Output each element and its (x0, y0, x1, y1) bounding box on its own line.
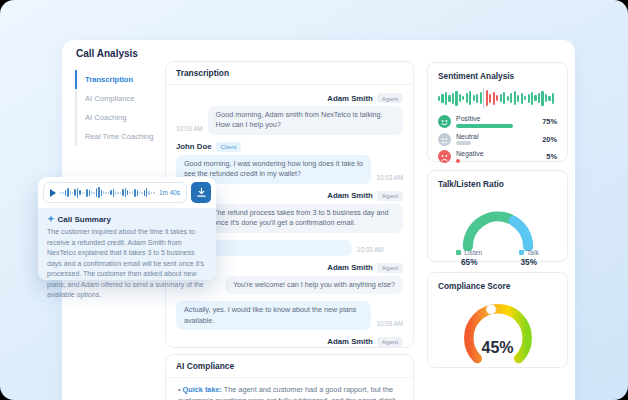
role-badge: Agent (377, 191, 403, 201)
sentiment-row-negative: Negative 5% (438, 150, 557, 163)
download-icon (196, 187, 207, 198)
sparkle-icon: ✦ (47, 214, 55, 224)
speaker-name: John Doe (176, 142, 212, 151)
positive-bar (456, 124, 513, 128)
timestamp: 10:03 AM (176, 125, 203, 132)
talk-swatch-icon (519, 250, 524, 255)
talk-listen-title: Talk/Listen Ratio (438, 179, 557, 189)
audio-player: 1m 40s (43, 182, 187, 203)
negative-face-icon (438, 150, 451, 163)
neutral-face-icon (438, 133, 451, 146)
compliance-score-title: Compliance Score (438, 281, 557, 291)
ai-compliance-body: • Quick take: The agent and customer had… (166, 378, 413, 400)
tab-ai-compliance[interactable]: AI Compliance (75, 89, 165, 108)
call-summary-text: The customer inquired about the time it … (47, 227, 207, 301)
talk-label: Talk (527, 249, 539, 256)
transcription-panel-title: Transcription (166, 62, 413, 85)
audio-duration: 1m 40s (159, 189, 180, 196)
tab-real-time-coaching[interactable]: Real Time Coaching (75, 127, 165, 146)
sidebar-tabs: Transcription AI Compliance AI Coaching … (75, 70, 165, 146)
sentiment-waveform (438, 87, 557, 109)
message-agent: Adam SmithAgent 10:03 AMSure! We have se… (176, 337, 403, 348)
speaker-name: Adam Smith (327, 94, 373, 103)
message-bubble: Good morning, Adam smith from NexTelco i… (208, 106, 403, 135)
message-agent: Adam SmithAgent 10:03 AMGood morning, Ad… (176, 93, 403, 135)
talk-listen-card: Talk/Listen Ratio Listen 65% Talk 35% (427, 170, 568, 262)
negative-value: 5% (537, 152, 557, 161)
role-badge: Agent (377, 337, 403, 347)
app-background: Call Analysis Transcription AI Complianc… (0, 0, 628, 400)
talk-value: 35% (519, 258, 539, 267)
call-summary-card: 1m 40s ✦Call Summary The customer inquir… (38, 177, 216, 280)
page-title: Call Analysis (76, 48, 138, 59)
compliance-score-gauge (446, 297, 550, 373)
sentiment-analysis-card: Sentiment Analysis Positive 75% Neutral … (427, 62, 568, 162)
negative-label: Negative (456, 150, 532, 157)
role-badge: Agent (377, 263, 403, 273)
timestamp: 10:03 AM (376, 320, 403, 327)
speaker-name: Adam Smith (327, 263, 373, 272)
listen-swatch-icon (456, 250, 461, 255)
sentiment-row-positive: Positive 75% (438, 115, 557, 128)
speaker-name: Adam Smith (327, 191, 373, 200)
negative-bar (456, 159, 460, 163)
neutral-bar (456, 141, 471, 145)
message-bubble: Actually, yes. I would like to know abou… (176, 301, 371, 330)
neutral-label: Neutral (456, 133, 532, 140)
neutral-value: 20% (537, 135, 557, 144)
listen-label: Listen (464, 249, 482, 256)
quick-take-label: Quick take: (183, 385, 222, 394)
call-summary-section: ✦Call Summary The customer inquired abou… (38, 208, 216, 280)
speaker-name: Adam Smith (327, 337, 373, 346)
message-bubble: The refund process takes from 3 to 5 bus… (205, 204, 403, 233)
message-client: Actually, yes. I would like to know abou… (176, 301, 403, 330)
sentiment-row-neutral: Neutral 20% (438, 133, 557, 146)
positive-label: Positive (456, 115, 532, 122)
timestamp: 10:03 AM (376, 174, 403, 181)
timestamp: 10:03 AM (357, 246, 384, 253)
tab-ai-coaching[interactable]: AI Coaching (75, 108, 165, 127)
role-badge: Client (216, 142, 242, 152)
listen-value: 65% (456, 258, 482, 267)
positive-face-icon (438, 115, 451, 128)
call-summary-title: Call Summary (58, 215, 111, 224)
tab-transcription[interactable]: Transcription (75, 70, 165, 89)
role-badge: Agent (377, 93, 403, 103)
talk-legend: Talk 35% (519, 249, 539, 267)
ai-compliance-title: AI Compliance (166, 355, 413, 378)
compliance-score-value: 45% (438, 339, 557, 357)
player-waveform[interactable] (60, 186, 155, 199)
sentiment-title: Sentiment Analysis (438, 71, 557, 81)
message-bubble: You're welcome! can I help you with anyt… (225, 276, 403, 294)
positive-value: 75% (537, 117, 557, 126)
compliance-score-card: Compliance Score 45% (427, 272, 568, 368)
play-icon[interactable] (50, 189, 56, 197)
listen-legend: Listen 65% (456, 249, 482, 267)
ai-compliance-panel: AI Compliance • Quick take: The agent an… (165, 354, 414, 400)
download-button[interactable] (191, 182, 211, 203)
talk-listen-gauge (444, 195, 552, 251)
